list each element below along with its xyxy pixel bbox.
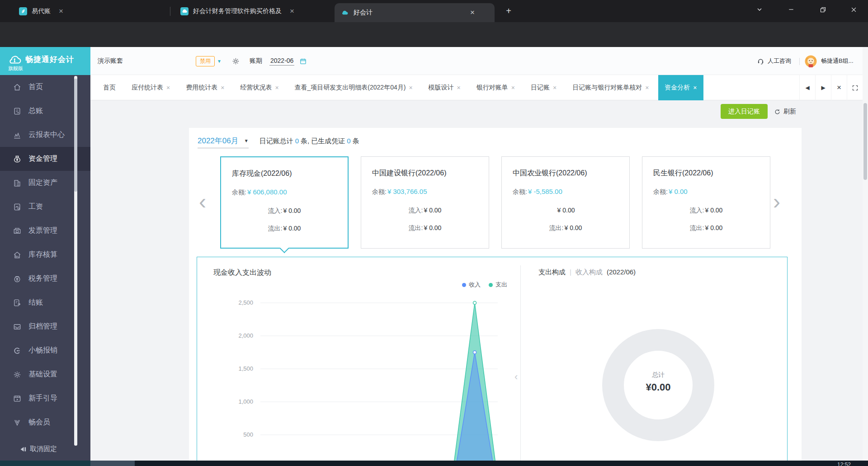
haokuaiji-favicon <box>341 9 349 17</box>
cashflow-area-chart[interactable]: 2,5002,0001,5001,000500 <box>197 257 520 466</box>
sidebar-item-label: 基础设置 <box>28 370 57 379</box>
close-icon[interactable]: × <box>553 84 557 91</box>
carousel-next-icon[interactable]: › <box>773 189 780 214</box>
outflow-label: 流出: <box>549 224 564 231</box>
sidebar-item-label: 畅会员 <box>28 418 50 427</box>
workspace-tab-bar: 首页 应付统计表× 费用统计表× 经营状况表× 查看_项目研发支出明细表(202… <box>90 75 868 100</box>
fullscreen-icon[interactable] <box>847 75 863 100</box>
account-card-minsheng[interactable]: 民生银行(2022/06) 余额:¥ 0.00 流入:¥ 0.00 流出:¥ 0… <box>642 156 770 249</box>
window-restore-button[interactable] <box>809 0 836 19</box>
close-icon[interactable]: × <box>166 84 170 91</box>
user-menu[interactable]: 畅捷通B组... <box>805 47 854 75</box>
unpin-label: 取消固定 <box>30 445 57 453</box>
month-picker[interactable]: 2022年06月 ▼ <box>198 136 249 148</box>
close-icon[interactable]: × <box>693 84 697 91</box>
outflow-label: 流出: <box>409 224 423 231</box>
close-all-tabs-icon[interactable]: × <box>831 75 847 100</box>
page-scrollbar-thumb[interactable] <box>863 103 867 180</box>
enter-journal-button[interactable]: 进入日记账 <box>721 104 768 119</box>
composition-period: (2022/06) <box>607 268 636 276</box>
browser-tab-haokuaiji-active[interactable]: 好会计 × <box>335 3 495 22</box>
tab-label: 首页 <box>103 84 116 92</box>
tab-journal-bank-check[interactable]: 日记账与银行对账单核对× <box>566 75 655 100</box>
period-value[interactable]: 2022-06 <box>269 57 294 66</box>
tab-label: 应付统计表 <box>132 84 163 92</box>
svg-text:500: 500 <box>243 431 253 438</box>
account-card-ccb[interactable]: 中国建设银行(2022/06) 余额:¥ 303,766.05 流入:¥ 0.0… <box>361 156 489 249</box>
close-icon[interactable]: × <box>511 84 515 91</box>
archive-tray-icon <box>13 322 22 331</box>
journal-summary-row: 2022年06月 ▼ 日记账总计0条, 已生成凭证0条 <box>198 136 359 148</box>
tab-label: 查看_项目研发支出明细表(2022年04月) <box>295 84 406 92</box>
account-set-label[interactable]: 演示账套 <box>98 57 123 65</box>
inflow-value: ¥ 0.00 <box>705 207 722 214</box>
close-icon[interactable]: × <box>221 84 224 91</box>
outflow-value: ¥ 0.00 <box>283 225 301 232</box>
tab-fund-analysis[interactable]: 资金分析× <box>658 75 703 100</box>
account-card-cash[interactable]: 库存现金(2022/06) 余额:¥ 606,080.00 流入:¥ 0.00 … <box>220 156 349 249</box>
tab-income-composition[interactable]: 收入构成 <box>576 268 603 276</box>
new-tab-button[interactable]: + <box>503 5 514 17</box>
inflow-value: ¥ 0.00 <box>557 207 575 214</box>
sidebar-scrollbar-thumb[interactable] <box>74 79 77 192</box>
close-icon[interactable]: × <box>645 84 649 91</box>
svg-text:1,500: 1,500 <box>238 365 253 372</box>
scroll-tabs-right-icon[interactable]: ▶ <box>815 75 831 100</box>
sidebar-item-label: 新手引导 <box>28 394 57 403</box>
account-name: 民生银行(2022/06) <box>653 169 713 178</box>
unpin-sidebar-button[interactable]: 取消固定 <box>20 445 57 453</box>
balance-label: 余额: <box>653 188 668 195</box>
scroll-tabs-left-icon[interactable]: ◀ <box>799 75 815 100</box>
tab-expense-composition[interactable]: 支出构成 <box>538 268 566 276</box>
tab-operating-report[interactable]: 经营状况表× <box>234 75 285 100</box>
refresh-icon <box>774 108 781 115</box>
tab-project-rd-detail[interactable]: 查看_项目研发支出明细表(2022年04月)× <box>288 75 419 100</box>
outflow-label: 流出: <box>690 224 704 231</box>
sidebar: 首页 总账 云报表中心 资金管理 固定资产 工资 发票管理 库存核算 税务管理 … <box>0 75 90 461</box>
browser-tab-yidaizhang[interactable]: 易代账 × <box>13 0 167 22</box>
collapse-handle-icon[interactable]: ‹ <box>514 371 518 383</box>
tab-payables-report[interactable]: 应付统计表× <box>125 75 176 100</box>
calendar-icon[interactable] <box>299 57 307 65</box>
support-link[interactable]: 人工咨询 <box>757 47 791 75</box>
tab-home[interactable]: 首页 <box>97 75 122 100</box>
chevron-down-icon[interactable]: ▼ <box>217 59 222 64</box>
tab-bank-statement[interactable]: 银行对账单× <box>470 75 521 100</box>
sidebar-item-label: 总账 <box>28 106 43 116</box>
dropdown-arrow-icon[interactable]: ▼ <box>244 138 249 143</box>
tab-template-design[interactable]: 模版设计× <box>422 75 467 100</box>
tab-journal[interactable]: 日记账× <box>524 75 563 100</box>
close-icon[interactable]: × <box>59 7 63 16</box>
taskbar-clock: 12:52 <box>837 461 851 466</box>
tax-icon <box>13 274 22 283</box>
gear-icon[interactable] <box>231 57 240 66</box>
sidebar-item-label: 工资 <box>28 202 43 212</box>
tab-expense-report[interactable]: 费用统计表× <box>179 75 231 100</box>
close-icon[interactable]: × <box>409 84 412 91</box>
sidebar-item-label: 归档管理 <box>28 322 57 331</box>
window-close-button[interactable] <box>840 0 867 19</box>
horizontal-scrollbar-thumb[interactable] <box>90 461 135 466</box>
browser-tab-haokuaiji-purchase[interactable]: 好会计财务管理软件购买价格及 × <box>174 0 331 22</box>
status-badge: 禁用 <box>196 56 215 66</box>
account-card-abc[interactable]: 中国农业银行(2022/06) 余额:¥ -5,585.00 ¥ 0.00 流出… <box>501 156 630 249</box>
haokuaiji-favicon <box>180 7 189 15</box>
close-icon[interactable]: × <box>470 8 475 17</box>
refresh-button[interactable]: 刷新 <box>774 108 796 116</box>
month-picker-value[interactable]: 2022年06月 <box>198 136 239 146</box>
close-icon[interactable]: × <box>457 84 461 91</box>
sidebar-scrollbar[interactable] <box>74 76 77 446</box>
browser-navbar: ← → cloud2.chanjet.com/accounting/uh26t2… <box>0 22 868 47</box>
carousel-prev-icon[interactable]: ‹ <box>199 189 206 214</box>
sidebar-item-label: 小畅报销 <box>28 346 57 355</box>
window-minimize-button[interactable] <box>778 0 805 19</box>
sidebar-item-label: 库存核算 <box>28 250 57 259</box>
page-scrollbar[interactable] <box>863 47 868 461</box>
tab-separator <box>170 7 170 16</box>
tab-label: 银行对账单 <box>476 84 508 92</box>
close-icon[interactable]: × <box>275 84 278 91</box>
close-icon[interactable]: × <box>290 7 294 16</box>
balance-label: 余额: <box>372 188 387 195</box>
avatar <box>805 55 817 67</box>
browser-menu-chevron-icon[interactable] <box>746 0 773 19</box>
